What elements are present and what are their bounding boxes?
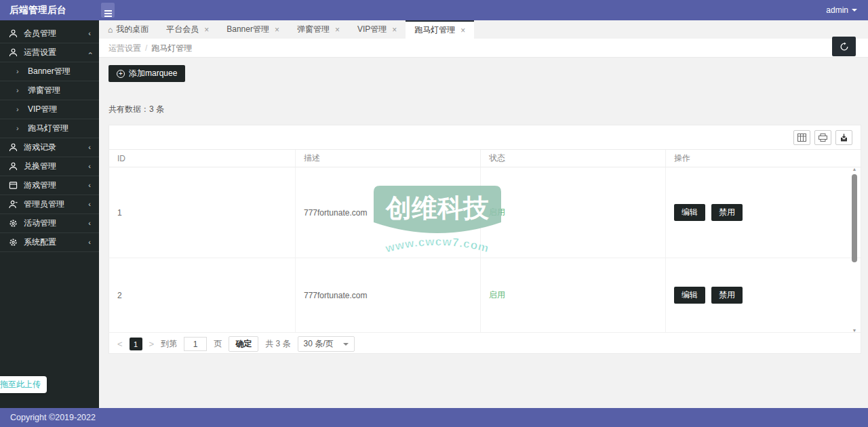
- footer-bar: Copyright ©2019-2022: [0, 408, 868, 427]
- tab-label: Banner管理: [226, 24, 269, 35]
- column-header-description: 描述: [296, 150, 481, 167]
- tab-label: 我的桌面: [116, 24, 149, 35]
- current-page-badge: 1: [130, 338, 142, 350]
- sidebar-item-operations[interactable]: 运营设置 ‹: [0, 43, 99, 62]
- top-bar: 后端管理后台 admin: [0, 0, 868, 20]
- cell-id: 2: [109, 258, 296, 332]
- sidebar-item-label: 管理员管理: [24, 199, 64, 209]
- tab-marquee-active[interactable]: 跑马灯管理 ×: [406, 20, 474, 39]
- filter-columns-button[interactable]: [793, 130, 810, 145]
- arrow-right-icon: ›: [16, 81, 19, 100]
- sidebar-item-exchange[interactable]: 兑换管理 ‹: [0, 157, 99, 176]
- user-icon: [9, 29, 18, 38]
- arrow-right-icon: ›: [16, 62, 19, 81]
- tab-platform-members[interactable]: 平台会员 ×: [157, 20, 218, 39]
- scroll-down-arrow[interactable]: ▼: [850, 328, 859, 333]
- home-icon: ⌂: [108, 25, 113, 35]
- disable-button[interactable]: 禁用: [711, 204, 743, 221]
- sidebar-subitem-vip[interactable]: › VIP管理: [0, 100, 99, 119]
- breadcrumb-section: 运营设置: [108, 43, 141, 53]
- close-icon[interactable]: ×: [275, 25, 279, 35]
- table-toolbar: [109, 125, 861, 149]
- tab-banner[interactable]: Banner管理 ×: [218, 20, 288, 39]
- edit-button[interactable]: 编辑: [674, 287, 705, 304]
- close-icon[interactable]: ×: [392, 25, 397, 35]
- confirm-page-button[interactable]: 确定: [229, 336, 258, 352]
- disable-button[interactable]: 禁用: [711, 287, 743, 304]
- sidebar-subitem-label: Banner管理: [28, 66, 71, 76]
- page-size-select[interactable]: 30 条/页: [298, 336, 355, 352]
- chevron-left-icon: ‹: [88, 176, 91, 195]
- add-marquee-button[interactable]: + 添加marquee: [108, 65, 185, 82]
- sidebar-subitem-marquee[interactable]: › 跑马灯管理: [0, 119, 99, 138]
- refresh-icon: [840, 42, 849, 52]
- cell-description: 777fortunate.com: [296, 167, 481, 258]
- cell-id: 1: [109, 167, 296, 258]
- sidebar-subitem-label: VIP管理: [28, 104, 57, 114]
- scrollbar-thumb[interactable]: [852, 174, 857, 262]
- sidebar-item-label: 游戏记录: [24, 142, 56, 152]
- refresh-button[interactable]: [832, 37, 856, 56]
- sidebar-item-admin-management[interactable]: 管理员管理 ‹: [0, 195, 99, 214]
- sidebar-subitem-label: 跑马灯管理: [28, 123, 68, 133]
- close-icon[interactable]: ×: [204, 25, 209, 35]
- tab-vip[interactable]: VIP管理 ×: [349, 20, 406, 39]
- table-scrollbar[interactable]: ▲ ▼: [850, 167, 859, 333]
- user-icon: [9, 48, 18, 57]
- close-icon[interactable]: ×: [460, 26, 465, 35]
- sidebar-subitem-popup[interactable]: › 弹窗管理: [0, 81, 99, 100]
- chevron-down-icon: ‹: [82, 52, 100, 55]
- tab-label: 弹窗管理: [297, 24, 330, 35]
- edit-button[interactable]: 编辑: [674, 204, 705, 221]
- app-title: 后端管理后台: [9, 0, 66, 20]
- data-count-summary: 共有数据：3 条: [108, 104, 861, 115]
- breadcrumb-bar: 运营设置/跑马灯管理: [99, 39, 868, 58]
- drag-upload-button[interactable]: 拖至此上传: [0, 376, 47, 393]
- add-marquee-label: 添加marquee: [129, 68, 177, 79]
- sidebar-subitem-banner[interactable]: › Banner管理: [0, 62, 99, 81]
- sidebar-item-game-management[interactable]: 游戏管理 ‹: [0, 176, 99, 195]
- gear-icon: [9, 219, 18, 228]
- window-icon: [9, 181, 18, 190]
- table-row: 1 777fortunate.com 启用 编辑 禁用: [109, 167, 861, 258]
- tab-desktop[interactable]: ⌂ 我的桌面: [99, 20, 157, 39]
- sidebar-item-label: 系统配置: [24, 237, 56, 247]
- goto-page-input[interactable]: [184, 337, 207, 351]
- print-button[interactable]: [814, 130, 831, 145]
- sidebar-item-members[interactable]: 会员管理 ‹: [0, 24, 99, 43]
- cell-status: 启用: [481, 258, 666, 332]
- sidebar: 会员管理 ‹ 运营设置 ‹ › Banner管理 › 弹窗管理 › VIP管理 …: [0, 20, 99, 408]
- user-icon: [9, 143, 18, 152]
- chevron-left-icon: ‹: [88, 138, 91, 157]
- hamburger-icon: [104, 13, 112, 14]
- sidebar-subitem-label: 弹窗管理: [28, 85, 60, 95]
- arrow-right-icon: ›: [16, 119, 19, 138]
- prev-page-button[interactable]: <: [117, 339, 123, 349]
- export-icon: [840, 134, 848, 142]
- hamburger-menu-button[interactable]: [101, 3, 115, 18]
- table-header-row: ID 描述 状态 操作: [109, 149, 861, 167]
- cell-status: 启用: [481, 167, 666, 258]
- sidebar-item-system-config[interactable]: 系统配置 ‹: [0, 233, 99, 252]
- tab-popup[interactable]: 弹窗管理 ×: [288, 20, 349, 39]
- breadcrumb-separator: /: [145, 43, 147, 53]
- page-size-value: 30 条/页: [304, 338, 334, 350]
- export-button[interactable]: [835, 130, 852, 145]
- scroll-up-arrow[interactable]: ▲: [850, 167, 859, 172]
- next-page-button[interactable]: >: [149, 339, 155, 349]
- sidebar-item-game-records[interactable]: 游戏记录 ‹: [0, 138, 99, 157]
- cell-actions: 编辑 禁用: [666, 167, 861, 258]
- goto-page-label: 到第: [161, 338, 177, 350]
- close-icon[interactable]: ×: [335, 25, 340, 35]
- pagination-bar: < 1 > 到第 页 确定 共 3 条 30 条/页: [109, 333, 861, 355]
- content-area: + 添加marquee 共有数据：3 条 ID: [99, 58, 868, 354]
- sidebar-item-activity[interactable]: 活动管理 ‹: [0, 214, 99, 233]
- user-menu[interactable]: admin: [826, 0, 857, 20]
- marquee-table-panel: ID 描述 状态 操作 1 777fortunate.com 启用 编辑 禁用 …: [108, 125, 861, 354]
- chevron-left-icon: ‹: [88, 214, 91, 232]
- user-menu-label: admin: [826, 5, 848, 15]
- sidebar-item-label: 运营设置: [24, 47, 56, 57]
- main-area: ⌂ 我的桌面 平台会员 × Banner管理 × 弹窗管理 × VIP管理 × …: [99, 20, 868, 408]
- sidebar-item-label: 游戏管理: [24, 180, 56, 190]
- user-icon: [9, 200, 18, 209]
